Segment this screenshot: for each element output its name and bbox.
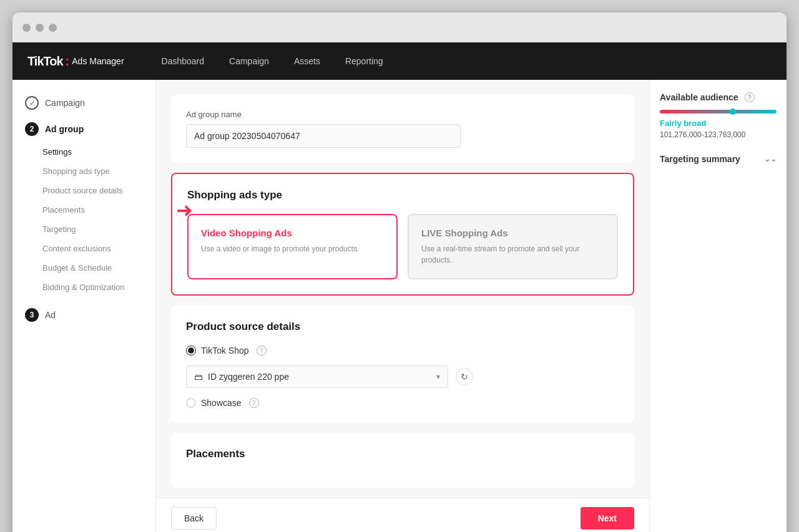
sidebar-adgroup-label: Ad group: [45, 124, 84, 134]
product-source-radio-group: TikTok Shop ?: [186, 346, 619, 355]
tiktok-shop-radio-label[interactable]: TikTok Shop ?: [186, 346, 267, 355]
nav-reporting[interactable]: Reporting: [333, 42, 396, 80]
tiktok-shop-info-icon[interactable]: ?: [257, 346, 267, 355]
live-shopping-ads-card[interactable]: LIVE Shopping Ads Use a real-time stream…: [408, 214, 618, 279]
logo-tiktok: TikTok: [27, 54, 63, 69]
sidebar-sub-content-exclusions[interactable]: Content exclusions: [12, 239, 155, 258]
ad-group-name-section: Ad group name: [171, 95, 634, 163]
budget-schedule-label: Budget & Schedule: [42, 263, 112, 273]
main-layout: ✓ Campaign 2 Ad group Settings Shopping …: [12, 80, 787, 532]
shopping-ads-grid: Video Shopping Ads Use a video or image …: [187, 214, 618, 279]
tiktok-shop-label: TikTok Shop: [201, 346, 249, 355]
product-source-label: Product source details: [42, 186, 123, 195]
traffic-light-minimize[interactable]: [36, 24, 44, 32]
dropdown-inner: 🗃 ID zyqgeren 220 ppe: [194, 372, 436, 382]
sidebar-sub-targeting[interactable]: Targeting: [12, 220, 155, 239]
audience-range: 101,276,000-123,783,000: [660, 130, 777, 139]
traffic-light-close[interactable]: [22, 24, 31, 32]
audience-info-icon[interactable]: ?: [745, 92, 755, 102]
shopping-ads-type-section: Shopping ads type Video Shopping Ads Use…: [171, 173, 634, 296]
traffic-light-maximize[interactable]: [49, 24, 57, 32]
video-ads-title: Video Shopping Ads: [201, 228, 384, 238]
logo-dot: :: [66, 54, 70, 69]
content-exclusions-label: Content exclusions: [42, 244, 111, 253]
dropdown-chevron-icon: ▾: [436, 372, 440, 381]
sidebar-sub-bidding-optimization[interactable]: Bidding & Optimization: [12, 278, 155, 297]
targeting-summary-header[interactable]: Targeting summary ⌄⌄: [660, 154, 777, 164]
showcase-row: Showcase ?: [186, 398, 619, 408]
shop-dropdown-row: 🗃 ID zyqgeren 220 ppe ▾ ↻: [186, 365, 619, 388]
right-panel: Available audience ? Fairly broad 101,27…: [649, 80, 787, 532]
next-button[interactable]: Next: [581, 507, 634, 530]
product-source-title: Product source details: [186, 321, 619, 333]
showcase-label: Showcase: [201, 398, 242, 408]
ad-group-name-label: Ad group name: [186, 110, 619, 119]
audience-indicator: [730, 109, 736, 115]
settings-label: Settings: [42, 147, 72, 157]
sidebar-sub-budget-schedule[interactable]: Budget & Schedule: [12, 258, 155, 278]
video-ads-desc: Use a video or image to promote your pro…: [201, 243, 384, 254]
dropdown-db-icon: 🗃: [194, 372, 203, 382]
bidding-optimization-label: Bidding & Optimization: [42, 283, 125, 292]
nav-assets[interactable]: Assets: [282, 42, 333, 80]
nav-dashboard[interactable]: Dashboard: [149, 42, 217, 80]
sidebar-campaign-label: Campaign: [45, 98, 85, 108]
showcase-radio[interactable]: [186, 398, 196, 408]
audience-bar: [660, 110, 777, 114]
title-bar: [12, 12, 787, 42]
sidebar-sub-product-source[interactable]: Product source details: [12, 181, 155, 200]
sidebar-item-campaign[interactable]: ✓ Campaign: [12, 90, 155, 116]
campaign-check-badge: ✓: [25, 96, 39, 110]
sidebar-ad-label: Ad: [45, 310, 56, 320]
nav-bar: TikTok : Ads Manager Dashboard Campaign …: [12, 42, 787, 80]
content-area: Ad group name Shopping ads type Video Sh…: [156, 80, 649, 532]
targeting-summary-chevron-icon: ⌄⌄: [764, 155, 777, 163]
video-shopping-ads-card[interactable]: Video Shopping Ads Use a video or image …: [187, 214, 398, 279]
logo-ads-manager: Ads Manager: [72, 56, 124, 66]
nav-campaign[interactable]: Campaign: [217, 42, 282, 80]
showcase-info-icon[interactable]: ?: [249, 398, 259, 408]
ad-group-name-input[interactable]: [186, 124, 461, 148]
available-audience-label: Available audience: [660, 92, 738, 102]
shop-dropdown[interactable]: 🗃 ID zyqgeren 220 ppe ▾: [186, 365, 448, 388]
targeting-summary-label: Targeting summary: [660, 154, 740, 164]
tiktok-shop-radio[interactable]: [186, 346, 196, 355]
ad-step-badge: 3: [25, 308, 39, 322]
live-ads-desc: Use a real-time stream to promote and se…: [421, 243, 604, 266]
app-logo: TikTok : Ads Manager: [27, 54, 124, 69]
sidebar-item-ad[interactable]: 3 Ad: [12, 302, 155, 328]
back-button[interactable]: Back: [171, 507, 217, 530]
sidebar-sub-settings[interactable]: Settings: [12, 142, 155, 162]
targeting-label: Targeting: [42, 225, 76, 234]
bottom-bar: Back Next: [156, 498, 649, 532]
available-audience-title: Available audience ?: [660, 92, 777, 102]
content-inner: Ad group name Shopping ads type Video Sh…: [156, 80, 649, 488]
shopping-ads-type-title: Shopping ads type: [187, 189, 618, 201]
product-source-section: Product source details TikTok Shop ? 🗃: [171, 306, 634, 423]
adgroup-step-badge: 2: [25, 122, 39, 136]
placements-label: Placements: [42, 205, 85, 215]
live-ads-title: LIVE Shopping Ads: [421, 228, 604, 238]
placements-title: Placements: [186, 448, 619, 460]
app-window: TikTok : Ads Manager Dashboard Campaign …: [12, 12, 787, 532]
placements-section: Placements: [171, 433, 634, 488]
sidebar-item-adgroup[interactable]: 2 Ad group: [12, 116, 155, 142]
sidebar: ✓ Campaign 2 Ad group Settings Shopping …: [12, 80, 156, 532]
sidebar-sub-placements[interactable]: Placements ➜: [12, 200, 155, 220]
shopping-ads-type-label: Shopping ads type: [42, 167, 110, 176]
refresh-button[interactable]: ↻: [456, 368, 473, 385]
dropdown-value: ID zyqgeren 220 ppe: [208, 372, 289, 382]
sidebar-sub-shopping-ads-type[interactable]: Shopping ads type: [12, 162, 155, 181]
audience-broad-label: Fairly broad: [660, 118, 777, 128]
